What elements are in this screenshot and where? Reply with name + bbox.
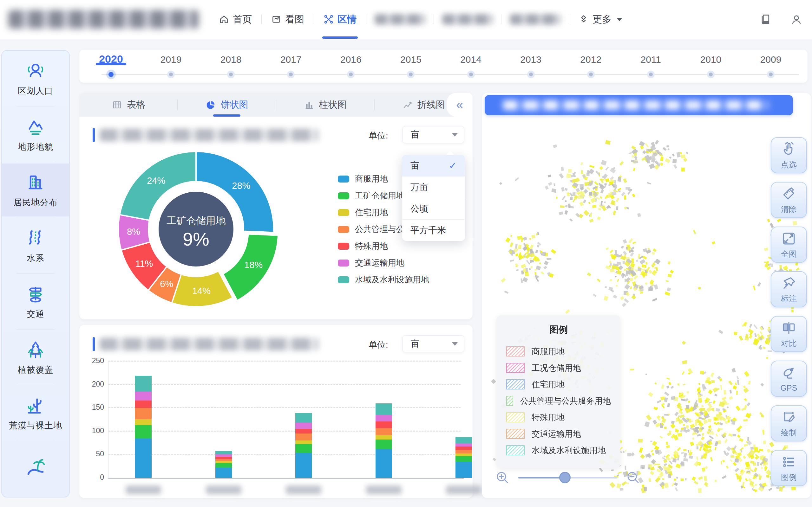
bar-segment-商服用地[interactable] <box>295 453 312 478</box>
bar-segment-交通运输用地[interactable] <box>215 454 232 457</box>
sidebar-item-水系[interactable]: 水系 <box>2 219 69 272</box>
timeline-year-2020[interactable]: 2020 <box>86 50 136 65</box>
zoom-in-icon[interactable] <box>495 470 510 485</box>
unit-option-万亩[interactable]: 万亩 <box>402 176 465 198</box>
stacked-bar[interactable] <box>455 437 472 478</box>
sidebar-item-地形地貌[interactable]: 地形地貌 <box>2 108 69 161</box>
bar-segment-特殊用地[interactable] <box>295 429 312 434</box>
map-tool-清除[interactable]: 清除 <box>771 182 807 218</box>
timeline-year-2019[interactable]: 2019 <box>146 50 196 65</box>
tab-柱状图[interactable]: 柱状图 <box>276 93 374 117</box>
compare-icon <box>780 320 797 336</box>
stacked-bar[interactable] <box>135 376 152 478</box>
bar-segment-工矿仓储用地[interactable] <box>295 444 312 452</box>
zoom-out-icon[interactable] <box>625 470 641 485</box>
user-icon[interactable] <box>791 13 803 25</box>
sidebar-item-区划人口[interactable]: 区划人口 <box>2 52 69 105</box>
bar-segment-公共管理与公共服务用地[interactable] <box>135 408 152 419</box>
map-tool-图例[interactable]: 图例 <box>771 450 807 486</box>
bar-segment-商服用地[interactable] <box>215 468 232 478</box>
donut-chart[interactable]: 28%18%14%6%11%8%24%工矿仓储用地9% <box>112 145 280 313</box>
bar-segment-交通运输用地[interactable] <box>375 415 392 421</box>
bar-segment-住宅用地[interactable] <box>375 435 392 440</box>
nav-item-blurred[interactable] <box>442 14 493 25</box>
nav-item-区情[interactable]: 区情 <box>314 0 366 39</box>
bar-segment-交通运输用地[interactable] <box>135 392 152 400</box>
legend-item-交通运输用地[interactable]: 交通运输用地 <box>338 255 446 271</box>
unit-option-公顷[interactable]: 公顷 <box>402 198 465 219</box>
stacked-bar-plot[interactable]: 050100150200250 <box>108 361 464 479</box>
map-tool-绘制[interactable]: 绘制 <box>771 405 807 441</box>
map-tool-GPS[interactable]: GPS <box>771 360 807 397</box>
timeline-year-2015[interactable]: 2015 <box>386 50 436 65</box>
bar-segment-住宅用地[interactable] <box>215 461 232 463</box>
bar-segment-商服用地[interactable] <box>375 449 392 478</box>
map-tool-全图[interactable]: 全图 <box>771 227 807 263</box>
timeline-year-2017[interactable]: 2017 <box>265 50 316 65</box>
bar-segment-工矿仓储用地[interactable] <box>375 440 392 449</box>
bar-segment-住宅用地[interactable] <box>455 453 472 456</box>
bar-segment-特殊用地[interactable] <box>375 421 392 428</box>
bar-segment-住宅用地[interactable] <box>295 441 312 444</box>
bar-segment-公共管理与公共服务用地[interactable] <box>295 434 312 441</box>
book-icon[interactable] <box>760 13 772 25</box>
timeline-year-2011[interactable]: 2011 <box>625 50 676 65</box>
timeline-year-2010[interactable]: 2010 <box>686 50 736 65</box>
bar-segment-特殊用地[interactable] <box>135 400 152 408</box>
legend-swatch <box>338 243 349 250</box>
stacked-bar[interactable] <box>215 451 232 478</box>
tab-表格[interactable]: 表格 <box>79 93 177 117</box>
bar-segment-商服用地[interactable] <box>455 462 472 478</box>
bar-segment-水域及水利设施用地[interactable] <box>215 451 232 455</box>
bar-segment-水域及水利设施用地[interactable] <box>295 413 312 423</box>
unit-option-亩[interactable]: 亩✓ <box>402 155 465 176</box>
timeline-year-2018[interactable]: 2018 <box>206 50 256 65</box>
nav-item-首页[interactable]: 首页 <box>209 0 261 39</box>
sidebar-item-交通[interactable]: 交通 <box>2 275 69 328</box>
stacked-bar[interactable] <box>375 403 392 478</box>
legend-item-水域及水利设施用地[interactable]: 水域及水利设施用地 <box>338 271 446 288</box>
bar-segment-商服用地[interactable] <box>135 439 152 478</box>
bar-segment-工矿仓储用地[interactable] <box>455 456 472 462</box>
sidebar-item-植被覆盖[interactable]: 植被覆盖 <box>2 331 69 384</box>
nav-item-blurred[interactable] <box>510 14 560 25</box>
line-chart-icon <box>402 100 413 110</box>
bar-segment-工矿仓储用地[interactable] <box>215 463 232 467</box>
unit-select[interactable]: 亩 <box>402 126 464 143</box>
bar-segment-公共管理与公共服务用地[interactable] <box>455 450 472 454</box>
bar-segment-水域及水利设施用地[interactable] <box>375 403 392 415</box>
bar-segment-交通运输用地[interactable] <box>295 423 312 429</box>
bar-segment-水域及水利设施用地[interactable] <box>135 376 152 392</box>
map-legend-panel: 图例 商服用地工况仓储用地住宅用地公共管理与公共服务用地特殊用地交通运输用地水域… <box>497 315 620 468</box>
timeline-year-2016[interactable]: 2016 <box>325 50 376 65</box>
unit-option-平方千米[interactable]: 平方千米 <box>402 219 465 241</box>
sidebar-item-居民地分布[interactable]: 居民地分布 <box>2 164 69 216</box>
map-tool-点选[interactable]: 点选 <box>771 137 807 173</box>
timeline-year-2009[interactable]: 2009 <box>745 50 796 65</box>
bar-segment-特殊用地[interactable] <box>215 457 232 459</box>
pie-slice-percent-label: 28% <box>232 181 250 191</box>
tab-饼状图[interactable]: 饼状图 <box>177 93 275 117</box>
nav-item-更多[interactable]: 更多 <box>569 0 632 39</box>
nav-item-看图[interactable]: 看图 <box>262 0 314 39</box>
bar-segment-特殊用地[interactable] <box>455 447 472 450</box>
zoom-slider-track[interactable] <box>518 477 617 478</box>
collapse-panel-button[interactable]: « <box>447 93 473 117</box>
map-tool-标注[interactable]: 标注 <box>771 271 807 307</box>
bar-segment-交通运输用地[interactable] <box>455 443 472 447</box>
zoom-slider-handle[interactable] <box>559 472 571 483</box>
bar-segment-水域及水利设施用地[interactable] <box>455 437 472 443</box>
bar-segment-公共管理与公共服务用地[interactable] <box>375 428 392 435</box>
timeline-year-2012[interactable]: 2012 <box>565 50 616 65</box>
unit-option-label: 公顷 <box>410 203 428 215</box>
bar-segment-住宅用地[interactable] <box>135 419 152 425</box>
timeline-year-2014[interactable]: 2014 <box>446 50 496 65</box>
unit-select[interactable]: 亩 <box>402 335 464 352</box>
bar-segment-工矿仓储用地[interactable] <box>135 425 152 439</box>
sidebar-item-荒漠与裸土地[interactable]: 荒漠与裸土地 <box>2 387 69 440</box>
sidebar-item-island[interactable] <box>2 442 69 495</box>
timeline-year-2013[interactable]: 2013 <box>506 50 556 65</box>
map-tool-对比[interactable]: 对比 <box>771 316 807 352</box>
stacked-bar[interactable] <box>295 413 312 478</box>
nav-item-blurred[interactable] <box>374 14 425 25</box>
